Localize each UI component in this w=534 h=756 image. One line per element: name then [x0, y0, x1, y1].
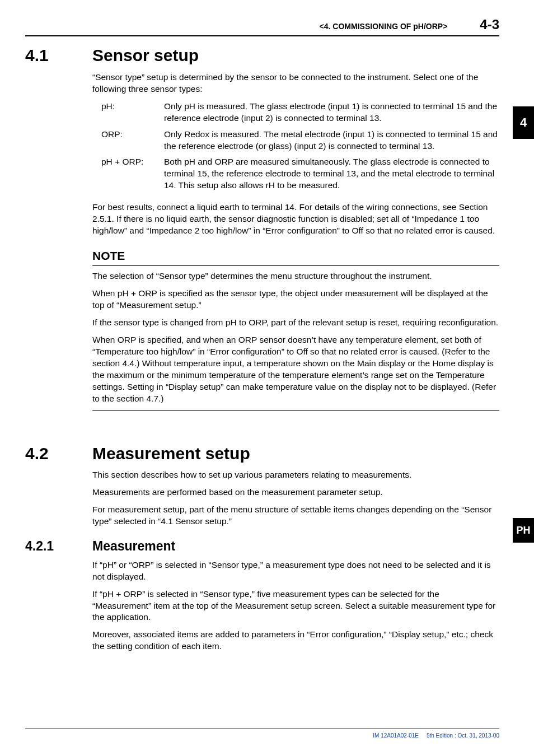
running-header: <4. COMMISSIONING OF pH/ORP> 4-3 — [25, 16, 499, 36]
section-4-2-1-body: If “pH” or “ORP” is selected in “Sensor … — [92, 559, 499, 652]
section-title: Sensor setup — [92, 44, 199, 67]
paragraph: If the sensor type is changed from pH to… — [92, 317, 499, 329]
subsection-number: 4.2.1 — [25, 538, 92, 555]
footer-doc-id: IM 12A01A02-01E — [373, 732, 419, 739]
def-value: Only Redox is measured. The metal electr… — [164, 129, 499, 152]
section-title: Measurement setup — [92, 442, 250, 465]
def-key: pH + ORP: — [101, 156, 164, 192]
paragraph: Measurements are performed based on the … — [92, 487, 499, 498]
page-footer: IM 12A01A02-01E 5th Edition : Oct. 31, 2… — [25, 729, 499, 740]
paragraph: Moreover, associated items are added to … — [92, 629, 499, 652]
paragraph: The selection of “Sensor type” determine… — [92, 270, 499, 282]
section-number: 4.1 — [25, 44, 92, 67]
def-row-ph-orp: pH + ORP: Both pH and ORP are measured s… — [92, 156, 499, 192]
paragraph: When ORP is specified, and when an ORP s… — [92, 334, 499, 405]
paragraph: For measurement setup, part of the menu … — [92, 504, 499, 528]
note-heading-wrap: NOTE — [92, 248, 499, 266]
def-row-orp: ORP: Only Redox is measured. The metal e… — [92, 129, 499, 152]
footer-edition: 5th Edition : Oct. 31, 2013-00 — [427, 732, 499, 739]
paragraph: If “pH + ORP” is selected in “Sensor typ… — [92, 589, 499, 624]
tab-ph: PH — [513, 518, 534, 543]
section-4-2-body: This section describes how to set up var… — [92, 469, 499, 528]
def-value: Only pH is measured. The glass electrode… — [164, 101, 499, 124]
note-body: The selection of “Sensor type” determine… — [92, 270, 499, 410]
paragraph: This section describes how to set up var… — [92, 469, 499, 481]
subsection-title: Measurement — [92, 538, 175, 555]
section-4-1-intro: “Sensor type” setup is determined by the… — [92, 72, 499, 95]
section-4-1-heading: 4.1 Sensor setup — [25, 44, 499, 67]
def-key: ORP: — [101, 129, 164, 152]
section-4-2-1-heading: 4.2.1 Measurement — [25, 538, 499, 555]
section-4-1-extra: For best results, connect a liquid earth… — [92, 202, 499, 237]
paragraph: For best results, connect a liquid earth… — [92, 202, 499, 237]
paragraph: “Sensor type” setup is determined by the… — [92, 72, 499, 95]
sensor-type-definitions: pH: Only pH is measured. The glass elect… — [92, 101, 499, 192]
section-number: 4.2 — [25, 442, 92, 465]
tab-chapter-number: 4 — [513, 106, 534, 139]
page-number: 4-3 — [480, 16, 499, 34]
paragraph: When pH + ORP is specified as the sensor… — [92, 288, 499, 311]
page-content: <4. COMMISSIONING OF pH/ORP> 4-3 4.1 Sen… — [25, 16, 499, 658]
def-row-ph: pH: Only pH is measured. The glass elect… — [92, 101, 499, 124]
section-4-2-heading: 4.2 Measurement setup — [25, 442, 499, 465]
def-key: pH: — [101, 101, 164, 124]
paragraph: If “pH” or “ORP” is selected in “Sensor … — [92, 559, 499, 583]
note-heading: NOTE — [92, 248, 499, 266]
def-value: Both pH and ORP are measured simultaneou… — [164, 156, 499, 192]
running-title: <4. COMMISSIONING OF pH/ORP> — [320, 21, 448, 32]
